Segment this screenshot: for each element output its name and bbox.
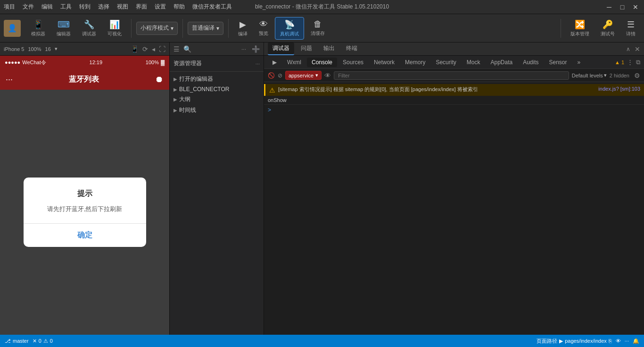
visualize-button[interactable]: 📊 可视化	[103, 17, 126, 39]
compile-select[interactable]: 普通编译 ▾	[188, 22, 223, 35]
bell-item[interactable]: 🔔	[633, 338, 639, 344]
chevron-down-icon[interactable]: ▾	[55, 46, 58, 52]
simulator-panel: iPhone 5 100% 16 ▾ 📱 ⟳ ◂ ⛶ ●●●●● WeChat令…	[0, 42, 170, 335]
version-icon: 🔀	[575, 19, 585, 30]
clearcache-button[interactable]: 🗑 清缓存	[306, 17, 330, 39]
version-button[interactable]: 🔀 版本管理	[566, 17, 594, 39]
menu-item-file[interactable]: 文件	[23, 3, 34, 11]
filter-input[interactable]	[334, 71, 569, 80]
warning-count-badge: ▲ 1	[615, 59, 624, 65]
timeline-arrow-icon: ▶	[173, 108, 177, 113]
subtab-wxml[interactable]: Wxml	[282, 58, 306, 67]
console-settings-icon[interactable]: ⚙	[634, 72, 640, 79]
maximize-button[interactable]: □	[618, 2, 627, 12]
simulator-button[interactable]: 📱 模拟器	[26, 17, 50, 39]
subtab-appdata[interactable]: AppData	[486, 58, 517, 67]
mode-select[interactable]: 小程序模式 ▾	[136, 22, 178, 35]
warning-link[interactable]: index.js? [sm]:103	[598, 86, 640, 92]
add-file-icon[interactable]: ➕	[252, 45, 260, 53]
subtab-console[interactable]: Console	[307, 58, 337, 67]
menu-item-select[interactable]: 选择	[98, 3, 109, 11]
dialog-confirm-button[interactable]: 确定	[33, 224, 137, 247]
appservice-label: appservice	[289, 73, 314, 78]
phone-frame-icon[interactable]: 📱	[131, 45, 139, 53]
detail-button[interactable]: ☰ 详情	[621, 17, 640, 39]
subtab-network[interactable]: Network	[369, 58, 399, 67]
appservice-select[interactable]: appservice ▾	[285, 71, 322, 80]
menu-item-edit[interactable]: 编辑	[41, 3, 53, 11]
tree-item-ble-connector[interactable]: ▶ BLE_CONNECTOR	[170, 85, 264, 94]
subtab-sensor[interactable]: Sensor	[545, 58, 572, 67]
tab-terminal[interactable]: 终端	[341, 42, 362, 55]
compile-action-label: 编译	[238, 31, 248, 37]
compile-button[interactable]: ▶ 编译	[233, 17, 252, 39]
status-bar-left: ⎇ master ✕ 0 ⚠ 0	[5, 338, 53, 344]
stop-icon[interactable]: 🚫	[268, 72, 275, 79]
subtab-mock[interactable]: Mock	[462, 58, 485, 67]
console-prompt[interactable]: >	[264, 105, 644, 115]
toolbar-sep-4	[561, 19, 561, 38]
menu-item-tools[interactable]: 工具	[60, 3, 72, 11]
clearcache-label: 清缓存	[311, 30, 325, 37]
subtab-more[interactable]: »	[573, 58, 586, 67]
git-branch-item[interactable]: ⎇ master	[5, 338, 29, 344]
resource-more-icon[interactable]: ···	[256, 61, 260, 67]
testnum-button[interactable]: 🔑 测试号	[596, 17, 619, 39]
preview-button[interactable]: 👁 预览	[254, 17, 273, 39]
window-title: ble_connector - 微信开发者工具 Stable 1.05.2102…	[255, 3, 389, 11]
subtab-inspect[interactable]: ▶	[268, 58, 281, 67]
bell-icon: 🔔	[633, 338, 639, 344]
error-count-item[interactable]: ✕ 0 ⚠ 0	[33, 338, 53, 344]
user-avatar[interactable]: 👤	[4, 20, 21, 37]
testnum-label: 测试号	[601, 31, 615, 37]
more-options-icon[interactable]: ···	[241, 46, 246, 52]
collapse-icon[interactable]: ∧	[624, 45, 632, 53]
close-devtools-icon[interactable]: ✕	[635, 45, 640, 53]
clear-icon[interactable]: ⊘	[278, 72, 282, 79]
devtools-open-icon[interactable]: ⧉	[636, 59, 640, 66]
debugger-button[interactable]: 🔧 调试器	[77, 17, 101, 39]
editor-button[interactable]: ⌨ 编辑器	[52, 17, 75, 39]
copy-icon[interactable]: ⎘	[609, 338, 612, 344]
menu-item-view[interactable]: 视图	[117, 3, 128, 11]
filter-eye-icon[interactable]: 👁	[324, 72, 331, 79]
fullscreen-icon[interactable]: ⛶	[159, 45, 165, 53]
phone-status-right: 100% ▓	[146, 59, 165, 65]
close-button[interactable]: ✕	[631, 2, 640, 12]
tab-issues[interactable]: 问题	[296, 42, 317, 55]
minimize-button[interactable]: ─	[604, 2, 614, 12]
menu-item-interface[interactable]: 界面	[136, 3, 147, 11]
list-icon[interactable]: ☰	[173, 45, 180, 53]
tab-debugger[interactable]: 调试器	[268, 42, 294, 55]
app-header-icons: ⏺	[155, 75, 164, 85]
window-controls[interactable]: ─ □ ✕	[604, 2, 640, 12]
subtab-memory[interactable]: Memory	[400, 58, 430, 67]
subtab-audits[interactable]: Audits	[518, 58, 543, 67]
realtest-button[interactable]: 📡 真机调试	[275, 17, 304, 40]
subtab-security[interactable]: Security	[431, 58, 461, 67]
menu-item-devtools[interactable]: 微信开发者工具	[192, 3, 232, 11]
rotate-icon[interactable]: ⟳	[142, 45, 148, 53]
subtab-sources[interactable]: Sources	[338, 58, 368, 67]
resource-manager-header[interactable]: 资源管理器 ···	[170, 58, 264, 69]
menu-item-help[interactable]: 帮助	[173, 3, 185, 11]
back-icon[interactable]: ◂	[152, 45, 155, 53]
devtools-menu-icon[interactable]: ⋮	[627, 59, 633, 66]
default-levels-select[interactable]: Default levels ▾	[572, 72, 607, 78]
menu-dots-icon[interactable]: ···	[6, 75, 13, 85]
tree-item-open-editors[interactable]: ▶ 打开的编辑器	[170, 74, 264, 85]
page-path-item[interactable]: 页面路径 ▶ pages/index/index ⎘	[537, 338, 612, 345]
search-icon[interactable]: 🔍	[183, 45, 191, 53]
mode-chevron-icon: ▾	[171, 25, 173, 32]
record-icon[interactable]: ⏺	[155, 75, 164, 85]
more-item[interactable]: ···	[625, 338, 629, 344]
menu-item-goto[interactable]: 转到	[79, 3, 91, 11]
menu-item-project[interactable]: 项目	[4, 3, 15, 11]
tree-item-outline[interactable]: ▶ 大纲	[170, 94, 264, 105]
tree-item-timeline[interactable]: ▶ 时间线	[170, 105, 264, 116]
console-filter-bar: 🚫 ⊘ appservice ▾ 👁 Default levels ▾ 2 hi…	[264, 69, 644, 82]
eye-item[interactable]: 👁	[616, 338, 621, 344]
menu-bar[interactable]: 项目 文件 编辑 工具 转到 选择 视图 界面 设置 帮助 微信开发者工具	[4, 3, 232, 11]
tab-output[interactable]: 输出	[319, 42, 339, 55]
menu-item-settings[interactable]: 设置	[155, 3, 166, 11]
